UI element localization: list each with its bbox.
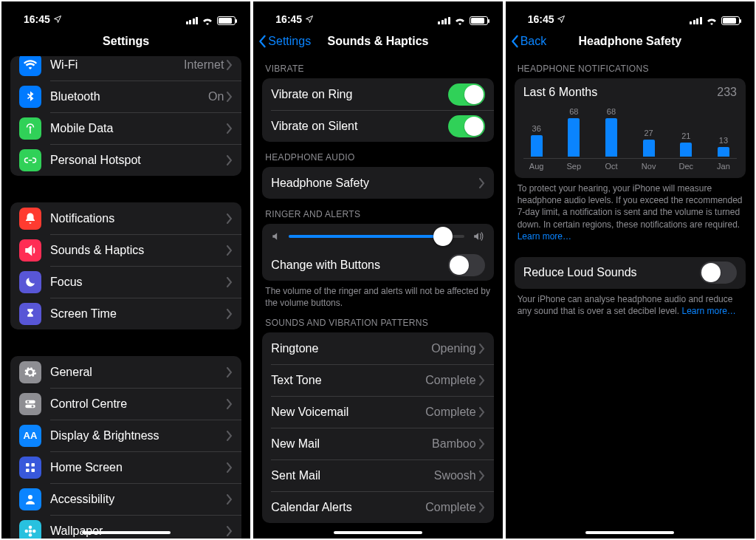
settings-row-accessibility[interactable]: Accessibility [10,483,241,515]
settings-row-wallpaper[interactable]: Wallpaper [10,515,241,539]
svg-rect-4 [26,463,30,467]
battery-icon [721,16,740,25]
wifi-icon [454,16,466,25]
cellular-icon [186,17,199,24]
pattern-row-ringtone[interactable]: RingtoneOpening [262,332,493,364]
notifications-group: NotificationsSounds & HapticsFocusScreen… [10,202,241,329]
chevron-right-icon [227,494,233,505]
grid-icon [19,457,41,479]
row-detail: Complete [425,501,475,514]
nav-title: Settings [103,35,149,48]
row-label: Change with Buttons [271,259,447,272]
wifi-icon [202,16,213,25]
bar-value: 27 [645,129,653,137]
chevron-right-icon [227,92,233,102]
nav-title: Headphone Safety [579,35,682,48]
vibrate-silent-toggle[interactable] [448,115,485,137]
pattern-row-new-mail[interactable]: New MailBamboo [262,428,493,459]
row-detail: Bamboo [432,437,476,451]
moon-icon [19,271,41,293]
chevron-right-icon [227,309,233,319]
row-label: Personal Hotspot [50,154,227,167]
chevron-right-icon [227,277,233,287]
reduce-loud-row[interactable]: Reduce Loud Sounds [515,257,746,289]
settings-row-display-brightness[interactable]: AADisplay & Brightness [10,420,241,451]
settings-row-control-centre[interactable]: Control Centre [10,388,241,420]
svg-point-10 [29,525,32,529]
row-label: Calendar Alerts [271,501,425,514]
svg-rect-2 [25,404,35,408]
bell-icon [19,208,41,230]
settings-row-focus[interactable]: Focus [10,266,241,298]
bar-value: 21 [681,131,690,140]
row-label: General [50,366,227,379]
settings-row-notifications[interactable]: Notifications [10,202,241,234]
chevron-right-icon [227,462,233,473]
row-label: New Mail [271,437,432,451]
pattern-row-new-voicemail[interactable]: New VoicemailComplete [262,396,493,428]
chevron-right-icon [479,407,485,417]
settings-row-home-screen[interactable]: Home Screen [10,451,241,483]
pattern-row-calendar-alerts[interactable]: Calendar AlertsComplete [262,491,493,523]
section-header-ringer: RINGER AND ALERTS [253,199,502,224]
pattern-row-text-tone[interactable]: Text ToneComplete [262,364,493,396]
volume-slider[interactable] [289,235,464,238]
headphone-safety-row[interactable]: Headphone Safety [262,167,493,199]
row-label: Text Tone [271,374,425,387]
settings-row-bluetooth[interactable]: BluetoothOn [10,81,241,112]
headphone-group: Headphone Safety [262,167,493,199]
flower-icon [19,520,41,539]
pattern-row-sent-mail[interactable]: Sent MailSwoosh [262,459,493,491]
svg-rect-7 [32,468,35,472]
reduce-loud-toggle[interactable] [700,262,737,284]
reduce-footer: Your iPhone can analyse headphone audio … [506,289,755,320]
nav-header: Settings Sounds & Haptics [253,27,502,56]
settings-row-sounds-haptics[interactable]: Sounds & Haptics [10,234,241,266]
ringer-volume-row[interactable] [262,224,493,249]
row-detail: Complete [425,374,475,387]
status-time: 16:45 [24,13,50,25]
chevron-right-icon [479,344,485,354]
back-label: Settings [268,35,311,48]
sounds-haptics-screen: 16:45 Settings Sounds & Haptics VIBRATE … [253,1,502,539]
row-label: New Voicemail [271,406,425,419]
person-icon [19,488,41,510]
notifications-chart: Last 6 Months 233 366868272113 AugSepOct… [515,78,746,178]
speaker-icon [19,239,41,262]
learn-more-link[interactable]: Learn more… [681,306,735,316]
settings-row-general[interactable]: General [10,356,241,388]
vibrate-silent-row[interactable]: Vibrate on Silent [262,110,493,142]
settings-row-personal-hotspot[interactable]: Personal Hotspot [10,144,241,176]
home-indicator[interactable] [82,531,171,534]
row-detail: Swoosh [434,469,476,482]
home-indicator[interactable] [334,531,422,534]
home-indicator[interactable] [585,531,674,534]
row-label: Home Screen [50,461,227,474]
wifi-icon [19,56,41,76]
row-label: Sent Mail [271,469,433,482]
chevron-right-icon [227,60,233,70]
change-buttons-row[interactable]: Change with Buttons [262,249,493,281]
settings-row-screen-time[interactable]: Screen Time [10,298,241,329]
back-button[interactable]: Settings [258,35,311,48]
bluetooth-icon [19,86,41,108]
back-button[interactable]: Back [510,35,547,48]
back-label: Back [520,35,547,48]
learn-more-link[interactable]: Learn more… [518,231,571,242]
row-label: Vibrate on Ring [271,88,447,101]
slider-thumb[interactable] [433,227,453,246]
vibrate-ring-toggle[interactable] [448,83,485,106]
svg-point-12 [25,529,29,533]
row-label: Control Centre [50,397,227,411]
svg-point-1 [27,400,30,403]
axis-label: Oct [601,162,622,171]
settings-row-mobile-data[interactable]: Mobile Data [10,112,241,144]
settings-row-wi-fi[interactable]: Wi-FiInternet [10,56,241,81]
chevron-right-icon [227,123,233,134]
status-bar: 16:45 [1,1,250,27]
vibrate-ring-row[interactable]: Vibrate on Ring [262,78,493,110]
status-time: 16:45 [528,13,554,25]
row-label: Headphone Safety [271,177,478,190]
change-buttons-toggle[interactable] [448,254,485,276]
headphone-safety-screen: 16:45 Back Headphone Safety HEADPHONE NO… [506,1,755,539]
